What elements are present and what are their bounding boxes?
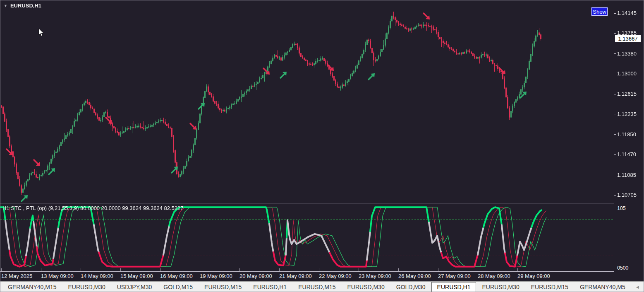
date-label: 27 May 09:00: [438, 273, 471, 279]
chart-tab[interactable]: EURUSD,M30: [342, 282, 390, 292]
chart-tab[interactable]: EURUSD,M15: [199, 282, 247, 292]
price-label: 1.12235: [617, 111, 637, 117]
date-label: 29 May 09:00: [517, 273, 550, 279]
price-tick: [614, 154, 616, 155]
indicator-label: H1 STC , PTL (op) (9,21,55,3,9) 80.0000 …: [2, 205, 184, 211]
date-label: 16 May 09:00: [160, 273, 193, 279]
price-tick: [614, 33, 616, 34]
chart-tab[interactable]: EURUSD,M30: [62, 282, 111, 292]
stc-indicator-chart[interactable]: [0, 203, 614, 271]
chart-tab[interactable]: GERMANY40,M5: [574, 282, 631, 292]
indicator-scale-bottom: 0500: [617, 265, 628, 271]
chart-tab[interactable]: USDJPY,M30: [111, 282, 158, 292]
date-axis[interactable]: 12 May 202513 May 09:0014 May 09:0015 Ma…: [0, 272, 644, 281]
date-label: 23 May 09:00: [359, 273, 391, 279]
chart-tab[interactable]: GERMANY40,M15: [2, 282, 62, 292]
chart-tab-bar: GERMANY40,M15EURUSD,M30USDJPY,M30GOLD,M1…: [0, 281, 644, 292]
main-chart-area[interactable]: ▼ EURUSD,H1 Show: [0, 0, 614, 203]
chart-tab[interactable]: GOLD,M30: [390, 282, 431, 292]
price-label: 1.11470: [617, 151, 636, 157]
price-tick: [614, 74, 616, 74]
price-tick: [614, 53, 616, 54]
date-label: 12 May 2025: [1, 273, 32, 279]
date-label: 26 May 09:00: [398, 273, 431, 279]
price-label: 1.11085: [617, 172, 636, 178]
date-label: 14 May 09:00: [81, 273, 113, 279]
indicator-scale-top: 105: [617, 205, 625, 211]
date-label: 15 May 09:00: [120, 273, 153, 279]
price-label: 1.14145: [617, 10, 637, 16]
date-label: 21 May 09:00: [279, 273, 312, 279]
date-label: 28 May 09:00: [478, 273, 510, 279]
price-tick: [614, 13, 616, 14]
scroll-left-arrow[interactable]: ◄: [631, 283, 644, 291]
price-label: 1.11850: [617, 131, 636, 138]
chart-tab[interactable]: EURUSD,M30: [476, 282, 525, 292]
chevron-down-icon[interactable]: ▼: [4, 4, 7, 8]
price-label: 1.12615: [617, 91, 637, 97]
indicator-subwindow[interactable]: H1 STC , PTL (op) (9,21,55,3,9) 80.0000 …: [0, 203, 614, 271]
date-label: 20 May 09:00: [239, 273, 272, 279]
price-axis[interactable]: 1.13667 105 0500 1.141451.137651.133801.…: [614, 0, 644, 281]
price-label: 1.13000: [617, 70, 637, 77]
date-label: 13 May 09:00: [41, 273, 74, 279]
symbol-title: ▼ EURUSD,H1: [4, 2, 41, 9]
price-tick: [614, 114, 616, 114]
price-tick: [614, 195, 616, 195]
chart-window: ▼ EURUSD,H1 Show H1 STC , PTL (op) (9,21…: [0, 0, 644, 292]
symbol-title-label: EURUSD,H1: [10, 2, 41, 9]
chart-tab[interactable]: EURUSD,M15: [525, 282, 574, 292]
price-tick: [614, 94, 616, 94]
chart-tab[interactable]: EURUSD,H1: [247, 282, 292, 292]
candlestick-chart[interactable]: [0, 0, 614, 203]
price-tick: [614, 175, 616, 175]
date-label: 19 May 09:00: [200, 273, 232, 279]
price-label: 1.13765: [617, 30, 637, 36]
chart-tab[interactable]: GOLD,M15: [158, 282, 199, 292]
price-tick: [614, 134, 616, 135]
show-button[interactable]: Show: [591, 7, 608, 16]
price-label: 1.13380: [617, 51, 637, 57]
date-label: 22 May 09:00: [319, 273, 352, 279]
chart-tab[interactable]: EURUSD,M15: [292, 282, 341, 292]
chart-tab[interactable]: EURUSD,H1: [431, 282, 476, 292]
price-label: 1.10705: [617, 192, 637, 198]
